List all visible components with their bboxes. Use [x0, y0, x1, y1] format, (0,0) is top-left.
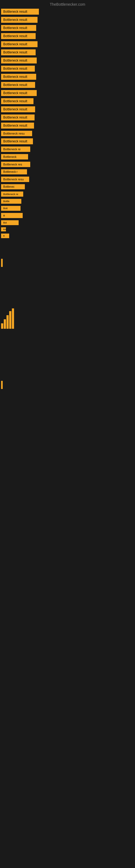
- bottleneck-badge: Bottleneck result: [1, 33, 36, 39]
- list-item[interactable]: Bottleneck result: [1, 90, 135, 96]
- spacer: [0, 240, 135, 257]
- bottleneck-badge: Bottleneck result: [1, 58, 37, 63]
- bar-indicator: [1, 259, 3, 267]
- bottleneck-badge: Bottleneck result: [1, 82, 35, 88]
- bottleneck-badge: Bottleneck result: [1, 50, 36, 55]
- list-item[interactable]: Bottleneck result: [1, 33, 135, 39]
- bottleneck-badge: Bottleneck r: [1, 169, 27, 175]
- list-item[interactable]: B: [1, 234, 135, 238]
- list-item[interactable]: Bottleneck r: [1, 169, 135, 175]
- spacer-3: [0, 285, 135, 302]
- list-item[interactable]: Bottleneck result: [1, 41, 135, 47]
- bottleneck-badge: B: [1, 213, 23, 218]
- bottleneck-badge: Bottleneck result: [1, 115, 35, 120]
- chart-bar: [9, 311, 11, 329]
- bottleneck-badge: Bottleneck re: [1, 147, 30, 152]
- chart-bar-row: [1, 307, 134, 329]
- list-item[interactable]: Bottleneck result: [1, 98, 135, 104]
- list-item[interactable]: Bottleneck result: [1, 106, 135, 112]
- spacer-5: [0, 346, 135, 362]
- bottleneck-badge: Bottlen: [1, 227, 6, 231]
- spacer-4: [0, 330, 135, 346]
- chart-bar: [4, 319, 6, 329]
- list-item[interactable]: Bottleneck re: [1, 147, 135, 152]
- spacer-6: [0, 362, 135, 379]
- bottleneck-badge: Bottleneck: [1, 154, 28, 159]
- list-item[interactable]: Bottleneck: [1, 154, 135, 159]
- items-container: Bottleneck result Bottleneck result Bott…: [0, 8, 135, 238]
- list-item[interactable]: Bottleneck result: [1, 9, 135, 14]
- chart-bar: [6, 315, 9, 329]
- bottleneck-badge: Bottleneck resu: [1, 131, 32, 136]
- list-item[interactable]: Bottleneck resu: [1, 177, 135, 182]
- bottleneck-badge: Bottleneck result: [1, 106, 35, 112]
- chart-area: [0, 307, 135, 329]
- bottleneck-badge: Bottleneck result: [1, 41, 38, 47]
- list-item[interactable]: Bottlenec: [1, 184, 135, 189]
- bottleneck-badge: Bottleneck result: [1, 123, 34, 129]
- list-item[interactable]: Bottleneck result: [1, 82, 135, 88]
- site-title: TheBottlenecker.com: [0, 0, 135, 8]
- bottleneck-badge: Bottleneck result: [1, 66, 35, 72]
- bottleneck-badge: Bottleneck result: [1, 138, 33, 144]
- list-item[interactable]: Bottleneck resu: [1, 131, 135, 136]
- bottleneck-badge: Bottleneck result: [1, 9, 39, 14]
- bottleneck-badge: Bott: [1, 206, 20, 211]
- list-item[interactable]: Bottleneck result: [1, 115, 135, 120]
- bottleneck-badge: Bottlenec: [1, 184, 25, 189]
- bottleneck-badge: Bottleneck result: [1, 98, 34, 104]
- bottleneck-badge: Bot: [1, 220, 18, 225]
- list-item[interactable]: B: [1, 213, 135, 218]
- bottleneck-badge: Bottleneck res: [1, 162, 30, 167]
- list-item[interactable]: Bottleneck result: [1, 17, 135, 23]
- bottleneck-badge: Bottleneck result: [1, 74, 36, 80]
- list-item[interactable]: Bottleneck result: [1, 25, 135, 31]
- bottleneck-badge: Bottleneck resu: [1, 177, 29, 182]
- bottleneck-badge: Bottleneck result: [1, 17, 38, 23]
- list-item[interactable]: Bottleneck result: [1, 66, 135, 72]
- list-item[interactable]: Bottleneck result: [1, 50, 135, 55]
- list-item[interactable]: Bottleneck result: [1, 138, 135, 144]
- list-item[interactable]: Bottleneck res: [1, 162, 135, 167]
- list-item[interactable]: Bottleneck result: [1, 123, 135, 129]
- bottleneck-badge: Bottleneck result: [1, 25, 36, 31]
- spacer-2: [0, 269, 135, 285]
- chart-bar: [1, 323, 3, 329]
- bar-indicator-2: [1, 381, 3, 389]
- bottleneck-badge: Bottleneck re: [1, 191, 23, 197]
- bottleneck-badge: Bottleneck result: [1, 90, 37, 96]
- bottleneck-badge: B: [1, 234, 9, 238]
- list-item[interactable]: Bottle: [1, 199, 135, 204]
- chart-bar: [12, 308, 14, 329]
- bottleneck-badge: Bottle: [1, 199, 21, 204]
- list-item[interactable]: Bottleneck re: [1, 191, 135, 197]
- list-item[interactable]: Bottlen: [1, 227, 135, 231]
- list-item[interactable]: Bottleneck result: [1, 74, 135, 80]
- list-item[interactable]: Bottleneck result: [1, 58, 135, 63]
- list-item[interactable]: Bott: [1, 206, 135, 211]
- list-item[interactable]: Bot: [1, 220, 135, 225]
